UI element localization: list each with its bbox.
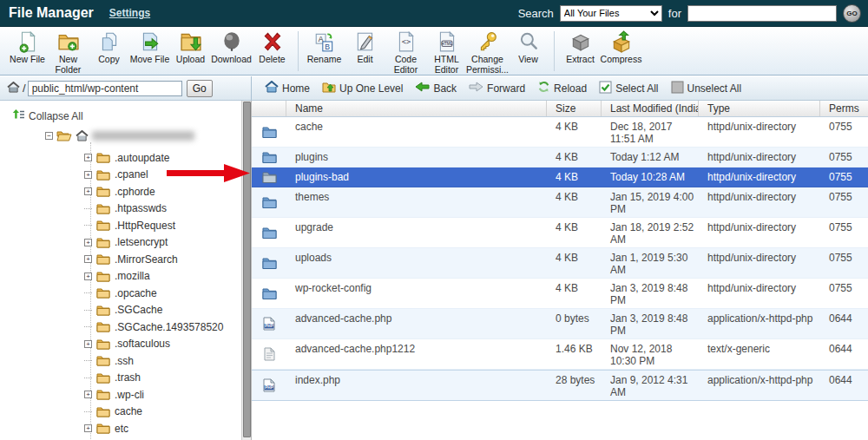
tree-item-partial[interactable] [0, 437, 241, 440]
rename-button[interactable]: AB Rename [304, 30, 345, 64]
expand-toggle[interactable]: + [84, 424, 92, 432]
file-size: 1.46 KB [547, 339, 602, 369]
nav-up-one-level[interactable]: Up One Level [318, 79, 407, 97]
tree-item--ssh[interactable]: .ssh [0, 352, 241, 370]
file-row-plugins-bad[interactable]: plugins-bad4 KBToday 10:28 AMhttpd/unix-… [252, 167, 868, 187]
file-row-cache[interactable]: cache4 KBDec 18, 2017 11:51 AMhttpd/unix… [252, 117, 868, 148]
toolbar-label: Extract [566, 54, 595, 64]
svg-text:PHP: PHP [265, 385, 273, 390]
file-row-upgrade[interactable]: upgrade4 KBJan 18, 2019 2:52 AMhttpd/uni… [252, 218, 868, 248]
table-header-row: Name Size Last Modified (India Star Type… [252, 101, 868, 117]
nav-home[interactable]: Home [260, 79, 314, 97]
html-editor-button[interactable]: HTML HTML Editor [426, 30, 467, 75]
file-type-icon-cell [252, 279, 286, 308]
tree-root-item[interactable]: − [45, 129, 194, 141]
expand-toggle[interactable]: + [84, 273, 92, 280]
tree-item--mirrorsearch[interactable]: +.MirrorSearch [0, 251, 241, 268]
download-button[interactable]: Download [211, 30, 252, 64]
download-icon [220, 30, 243, 53]
toolbar: New File New Folder Copy Move File Uploa… [0, 26, 868, 76]
column-header-icon[interactable] [252, 101, 286, 116]
settings-link[interactable]: Settings [109, 7, 150, 19]
new-folder-button[interactable]: New Folder [48, 30, 89, 75]
file-row-uploads[interactable]: uploads4 KBJan 1, 2019 5:30 AMhttpd/unix… [252, 248, 868, 279]
tree-item--letsencrypt[interactable]: +.letsencrypt [0, 234, 241, 252]
top-header: File Manager Settings Search All Your Fi… [0, 0, 868, 26]
delete-button[interactable]: Delete [252, 30, 293, 64]
rename-icon: AB [313, 30, 336, 53]
tree-item-label: .autoupdate [115, 152, 169, 164]
tree-item-cache[interactable]: cache [0, 404, 241, 421]
collapse-toggle[interactable]: − [45, 132, 53, 140]
expand-toggle[interactable]: + [84, 239, 92, 246]
nav-unselect-all[interactable]: Unselect All [667, 79, 746, 98]
path-input[interactable] [28, 81, 182, 96]
tree-item-label: .SGCache.1493578520 [115, 321, 223, 333]
nav-back[interactable]: Back [411, 80, 461, 96]
file-row-advanced-cache-php[interactable]: PHPadvanced-cache.php0 bytesJan 3, 2019 … [252, 309, 868, 339]
folder-icon [96, 152, 110, 163]
tree-item-label: .softaculous [115, 338, 170, 350]
expand-toggle[interactable]: + [84, 171, 92, 179]
extract-button[interactable]: Extract [560, 30, 601, 64]
expand-toggle[interactable]: + [84, 391, 92, 398]
file-perms: 0755 [820, 248, 868, 278]
nav-select-all[interactable]: Select All [595, 79, 662, 98]
expand-toggle[interactable]: + [84, 340, 92, 348]
column-header-perms[interactable]: Perms [820, 101, 868, 116]
file-modified: Dec 18, 2017 11:51 AM [602, 117, 699, 147]
compress-button[interactable]: Compress [601, 30, 641, 64]
file-row-wp-rocket-config[interactable]: wp-rocket-config4 KBJan 3, 2019 8:48 PMh… [252, 279, 868, 309]
edit-button[interactable]: Edit [345, 30, 385, 64]
folder-icon [262, 287, 277, 299]
upload-button[interactable]: Upload [170, 30, 211, 64]
nav-forward[interactable]: Forward [464, 80, 529, 96]
move-file-button[interactable]: Move File [129, 30, 170, 64]
collapse-all-button[interactable]: Collapse All [12, 109, 83, 123]
tree-item--sgcache[interactable]: .SGCache [0, 302, 241, 319]
tree-item--sgcache-1493578520[interactable]: .SGCache.1493578520 [0, 319, 241, 336]
search-input[interactable] [687, 5, 837, 22]
tree-item--softaculous[interactable]: +.softaculous [0, 336, 241, 353]
column-header-modified[interactable]: Last Modified (India Star [602, 101, 699, 116]
view-button[interactable]: View [508, 30, 549, 64]
column-header-size[interactable]: Size [547, 101, 602, 116]
column-header-name[interactable]: Name [286, 101, 547, 116]
file-row-themes[interactable]: themes4 KBJan 15, 2019 4:00 PMhttpd/unix… [252, 187, 868, 218]
svg-text:<>: <> [401, 37, 410, 46]
new-file-button[interactable]: New File [7, 30, 48, 64]
copy-button[interactable]: Copy [89, 30, 129, 64]
tree-item--trash[interactable]: .trash [0, 370, 241, 387]
tree-item--mozilla[interactable]: +.mozilla [0, 268, 241, 286]
path-go-button[interactable]: Go [187, 80, 213, 97]
home-path-icon [7, 81, 20, 96]
file-type: text/x-generic [699, 339, 820, 369]
expand-toggle[interactable]: + [84, 154, 92, 161]
change-permissions-button[interactable]: Change Permissi... [467, 30, 508, 75]
file-row-advanced-cache-php1212[interactable]: advanced-cache.php12121.46 KBNov 12, 201… [252, 339, 868, 370]
code-editor-button[interactable]: <> Code Editor [385, 30, 426, 75]
expand-toggle[interactable]: + [84, 255, 92, 263]
tree-connector [84, 411, 92, 412]
file-modified: Jan 3, 2019 8:48 PM [602, 309, 699, 338]
file-type-icon-cell [252, 248, 286, 278]
tree-item--opcache[interactable]: .opcache [0, 285, 241, 302]
tree-item--htpasswds[interactable]: .htpasswds [0, 200, 241, 218]
toolbar-separator [298, 31, 299, 71]
expand-toggle[interactable]: + [84, 187, 92, 195]
search-go-button[interactable]: GO [843, 4, 861, 23]
column-header-type[interactable]: Type [699, 101, 820, 116]
file-row-index-php[interactable]: PHPindex.php28 bytesJan 9, 2012 4:31 AMa… [252, 370, 868, 401]
file-row-plugins[interactable]: plugins4 KBToday 1:12 AMhttpd/unix-direc… [252, 148, 868, 167]
file-type: httpd/unix-directory [699, 117, 820, 147]
sidebar-scrollbar[interactable] [241, 101, 252, 440]
tree-item--httprequest[interactable]: .HttpRequest [0, 217, 241, 234]
folder-icon [96, 169, 110, 181]
search-scope-select[interactable]: All Your Files [560, 5, 662, 22]
tree-item--wp-cli[interactable]: +.wp-cli [0, 386, 241, 404]
scrollbar-thumb[interactable] [243, 102, 251, 437]
file-size: 4 KB [547, 167, 602, 187]
nav-reload[interactable]: Reload [533, 79, 591, 97]
tree-item-etc[interactable]: +etc [0, 420, 241, 437]
folder-tree: +.autoupdate+.cpanel+.cphorde.htpasswds.… [0, 149, 241, 440]
